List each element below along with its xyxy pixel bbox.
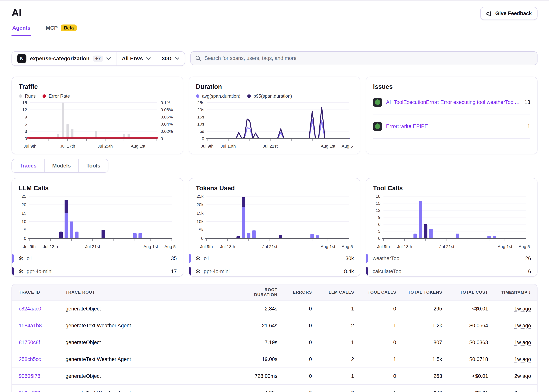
trace-id-link[interactable]: 258cb5cc xyxy=(19,357,41,362)
cell-trace-id: 81750c8f xyxy=(12,334,62,351)
trace-id-link[interactable]: 90605f78 xyxy=(19,373,40,379)
svg-text:Jul 9th: Jul 9th xyxy=(23,244,36,249)
column-header-llm-calls[interactable]: LLM CALLS xyxy=(316,284,358,300)
series-total: 26 xyxy=(525,256,531,261)
issue-link[interactable]: Error: write EPIPE xyxy=(386,123,524,129)
tokens-used-card: Tokens Used 25k20k15k10k5k0Jul 9thJul 13… xyxy=(189,178,361,277)
tab-models[interactable]: Models xyxy=(44,159,78,172)
tab-mcp[interactable]: MCP Beta xyxy=(45,24,78,35)
openai-icon: ✻ xyxy=(196,256,200,261)
search-input[interactable] xyxy=(190,51,537,65)
tool-calls-card: Tool Calls 1815129630Jul 9thJul 13thJul … xyxy=(366,178,537,277)
table-row: 258cb5ccgenerateText Weather Agent19.00s… xyxy=(12,351,537,368)
legend-row[interactable]: ✻o135 xyxy=(12,252,183,265)
tab-traces[interactable]: Traces xyxy=(12,159,44,172)
svg-text:Jul 9th: Jul 9th xyxy=(377,244,390,249)
llm-calls-chart[interactable]: 2520151050Jul 9thJul 13thJul 21stAug 1st… xyxy=(12,193,183,252)
cell-root-duration: 728.00ms xyxy=(239,368,281,385)
trace-id-link[interactable]: 81750c8f xyxy=(19,340,40,345)
svg-text:20: 20 xyxy=(21,202,26,207)
chevron-down-icon xyxy=(175,57,179,60)
give-feedback-button[interactable]: Give Feedback xyxy=(480,7,537,20)
series-color-tick xyxy=(12,254,14,263)
cell-trace-id: c824aac0 xyxy=(12,300,62,317)
legend-row[interactable]: calculateTool6 xyxy=(366,265,537,277)
trace-id-link[interactable]: 1b9a433b xyxy=(19,390,42,392)
legend-row[interactable]: ✻o130k xyxy=(189,252,360,265)
svg-text:0: 0 xyxy=(201,236,203,241)
duration-chart[interactable]: 25s20s15s10s5s0Jul 9thJul 13thJul 21stAu… xyxy=(196,99,353,150)
legend-error-rate-label: Error Rate xyxy=(49,93,70,99)
column-header-root-duration[interactable]: ROOT DURATION xyxy=(239,284,281,300)
legend-row[interactable]: ✻gpt-4o-mini8.4k xyxy=(189,265,360,277)
table-row: 1b9a433bgenerateText Weather Agent4.95s0… xyxy=(12,385,537,392)
cell-total-tokens: 1.2k xyxy=(400,317,446,334)
trace-id-link[interactable]: 1584a1b8 xyxy=(19,323,42,329)
timestamp-value[interactable]: 1w ago xyxy=(514,357,531,362)
cell-total-cost: $0.0718 xyxy=(446,351,492,368)
column-header-total-tokens[interactable]: TOTAL TOKENS xyxy=(400,284,446,300)
svg-text:0.1%: 0.1% xyxy=(161,100,170,105)
traffic-chart[interactable]: 150.1%120.08%90.06%60.04%30.02%00Jul 9th… xyxy=(19,99,176,150)
legend-p95-duration: p95(span.duration) xyxy=(247,93,292,99)
cell-errors: 0 xyxy=(281,351,316,368)
svg-text:15: 15 xyxy=(376,201,380,206)
traces-table-body: c824aac0generateObject2.84s010295<$0.011… xyxy=(12,300,537,392)
cell-trace-id: 1b9a433b xyxy=(12,385,62,392)
svg-text:Aug 5th: Aug 5th xyxy=(164,244,176,249)
column-header-trace-root[interactable]: TRACE ROOT xyxy=(62,284,239,300)
legend-row[interactable]: weatherTool26 xyxy=(366,252,537,265)
svg-text:15: 15 xyxy=(21,211,26,216)
openai-icon: ✻ xyxy=(18,256,23,261)
tokens-used-chart[interactable]: 25k20k15k10k5k0Jul 9thJul 13thJul 21stAu… xyxy=(189,193,360,252)
metric-cards: LLM Calls 2520151050Jul 9thJul 13thJul 2… xyxy=(12,178,537,277)
cell-trace-root: generateText Weather Agent xyxy=(62,351,239,368)
duration-legend: avg(span.duration) p95(span.duration) xyxy=(196,93,353,99)
svg-text:6: 6 xyxy=(378,222,381,227)
env-dropdown[interactable]: All Envs xyxy=(116,52,156,65)
tool-calls-legend: weatherTool26calculateTool6 xyxy=(366,252,537,277)
traffic-legend: Runs Error Rate xyxy=(19,93,176,99)
column-header-timestamp[interactable]: TIMESTAMP↓ xyxy=(492,284,537,300)
legend-row[interactable]: ✻gpt-4o-mini17 xyxy=(12,265,183,277)
svg-text:Jul 13th: Jul 13th xyxy=(43,244,58,249)
p95-duration-dot-icon xyxy=(247,94,251,98)
svg-text:9: 9 xyxy=(25,115,27,119)
svg-text:Jul 17th: Jul 17th xyxy=(60,144,75,148)
cell-timestamp: 2w ago xyxy=(492,385,537,392)
timestamp-value[interactable]: 1w ago xyxy=(514,306,531,312)
svg-text:Aug 5th: Aug 5th xyxy=(519,244,530,249)
time-range-dropdown[interactable]: 30D xyxy=(156,52,185,65)
column-header-errors[interactable]: ERRORS xyxy=(281,284,316,300)
issue-link[interactable]: AI_ToolExecutionError: Error executing t… xyxy=(386,99,521,105)
tab-agents[interactable]: Agents xyxy=(12,24,31,35)
timestamp-value[interactable]: 2w ago xyxy=(514,373,531,379)
project-dropdown[interactable]: N expense-categorization +7 xyxy=(12,52,116,65)
timestamp-value[interactable]: 1w ago xyxy=(514,323,531,329)
cell-total-tokens: 807 xyxy=(400,334,446,351)
issues-title: Issues xyxy=(373,83,530,90)
tab-tools[interactable]: Tools xyxy=(78,159,108,172)
svg-text:Aug 1st: Aug 1st xyxy=(321,144,335,148)
column-header-trace-id[interactable]: TRACE ID xyxy=(12,284,62,300)
legend-runs-label: Runs xyxy=(25,93,36,99)
tool-calls-chart[interactable]: 1815129630Jul 9thJul 13thJul 21stAug 1st… xyxy=(366,193,537,252)
timestamp-value[interactable]: 1w ago xyxy=(514,340,531,345)
svg-text:3: 3 xyxy=(378,229,381,234)
cell-root-duration: 4.95s xyxy=(239,385,281,392)
cell-llm-calls: 1 xyxy=(316,334,358,351)
trace-id-link[interactable]: c824aac0 xyxy=(19,306,41,312)
cell-llm-calls: 2 xyxy=(316,317,358,334)
svg-text:0: 0 xyxy=(161,136,163,141)
timestamp-value[interactable]: 2w ago xyxy=(514,390,531,392)
svg-text:Jul 21st: Jul 21st xyxy=(439,244,454,249)
env-label: All Envs xyxy=(122,56,143,62)
series-name: weatherTool xyxy=(373,256,400,261)
column-header-tool-calls[interactable]: TOOL CALLS xyxy=(358,284,400,300)
chevron-down-icon xyxy=(146,57,150,60)
avg-duration-dot-icon xyxy=(196,94,200,98)
column-header-total-cost[interactable]: TOTAL COST xyxy=(446,284,492,300)
series-color-tick xyxy=(189,254,191,263)
llm-calls-title: LLM Calls xyxy=(12,178,183,192)
svg-text:Aug 5th: Aug 5th xyxy=(342,144,353,148)
